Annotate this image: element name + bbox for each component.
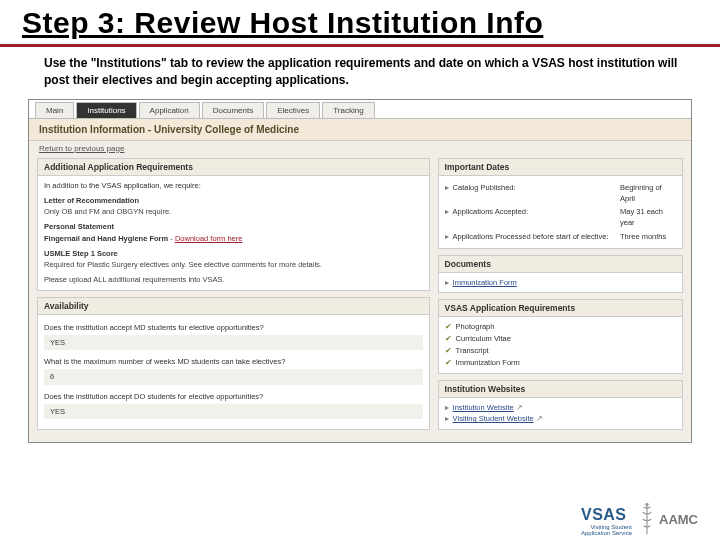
panel-header: VSAS Application Requirements (439, 300, 682, 317)
tab-application[interactable]: Application (139, 102, 200, 118)
panel-availability: Availability Does the institution accept… (37, 297, 430, 431)
availability-a1: YES (44, 335, 423, 350)
availability-a2: 6 (44, 369, 423, 384)
panel-header: Availability (38, 298, 429, 315)
req-item: Curriculum Vitae (445, 333, 676, 345)
availability-a3: YES (44, 404, 423, 419)
panel-important-dates: Important Dates Catalog Published:Beginn… (438, 158, 683, 249)
intro-text: In addition to the VSAS application, we … (44, 180, 423, 191)
tab-electives[interactable]: Electives (266, 102, 320, 118)
lor-note: Only OB and FM and OBGYN require. (44, 206, 423, 217)
tab-bar: Main Institutions Application Documents … (29, 100, 691, 119)
footer-logos: VSAS Visiting Student Application Servic… (581, 502, 698, 536)
institution-title: Institution Information - University Col… (29, 119, 691, 141)
tab-main[interactable]: Main (35, 102, 74, 118)
form-label: Fingernail and Hand Hygiene Form (44, 234, 168, 243)
date-value: Beginning of April (620, 182, 676, 205)
ps-label: Personal Statement (44, 222, 114, 231)
vsas-sub2: Application Service (581, 530, 632, 536)
tab-tracking[interactable]: Tracking (322, 102, 374, 118)
panel-header: Additional Application Requirements (38, 159, 429, 176)
date-label: Applications Processed before start of e… (445, 231, 620, 242)
screenshot-panel: Main Institutions Application Documents … (28, 99, 692, 444)
slide-description: Use the "Institutions" tab to review the… (0, 47, 720, 99)
date-label: Applications Accepted: (445, 206, 620, 229)
doc-link[interactable]: Immunization Form (453, 278, 517, 287)
usmle-note: Required for Plastic Surgery electives o… (44, 259, 423, 270)
vsas-logo: VSAS (581, 506, 632, 524)
caduceus-icon (638, 502, 656, 536)
availability-q2: What is the maximum number of weeks MD s… (44, 356, 423, 367)
date-value: Three months (620, 231, 676, 242)
page-title: Step 3: Review Host Institution Info (0, 0, 720, 47)
tab-institutions[interactable]: Institutions (76, 102, 136, 118)
availability-q1: Does the institution accept MD students … (44, 322, 423, 333)
svg-point-0 (645, 503, 648, 506)
panel-header: Institution Websites (439, 381, 682, 398)
panel-documents: Documents Immunization Form (438, 255, 683, 293)
back-link[interactable]: Return to previous page (29, 141, 691, 156)
panel-websites: Institution Websites Institution Website… (438, 380, 683, 430)
download-form-link[interactable]: Download form here (175, 234, 243, 243)
panel-vsas-requirements: VSAS Application Requirements Photograph… (438, 299, 683, 374)
date-label: Catalog Published: (445, 182, 620, 205)
date-value: May 31 each year (620, 206, 676, 229)
panel-header: Important Dates (439, 159, 682, 176)
website-link[interactable]: Institution Website (453, 403, 514, 412)
panel-additional-requirements: Additional Application Requirements In a… (37, 158, 430, 291)
req-item: Immunization Form (445, 357, 676, 369)
upload-note: Please upload ALL additional requirement… (44, 274, 423, 285)
website-link[interactable]: Visiting Student Website (453, 414, 534, 423)
usmle-label: USMLE Step 1 Score (44, 249, 118, 258)
availability-q3: Does the institution accept DO students … (44, 391, 423, 402)
aamc-logo: AAMC (659, 512, 698, 527)
lor-label: Letter of Recommendation (44, 196, 139, 205)
req-item: Photograph (445, 321, 676, 333)
panel-header: Documents (439, 256, 682, 273)
tab-documents[interactable]: Documents (202, 102, 264, 118)
req-item: Transcript (445, 345, 676, 357)
